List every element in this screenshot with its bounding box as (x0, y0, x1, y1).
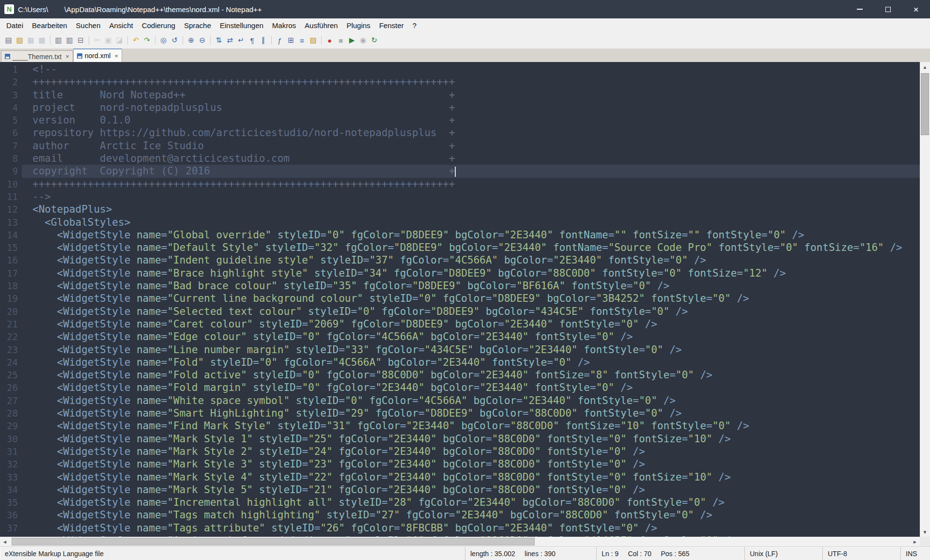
paste-icon: ◪ (114, 35, 124, 46)
line-number: 34 (0, 483, 22, 496)
tab-bar: ____Themen.txt×nord.xml× (0, 49, 930, 62)
save-recorded-macro-icon: ◉ (358, 35, 368, 46)
status-cursor-position: Ln : 9 Col : 70 Pos : 565 (597, 547, 745, 560)
vertical-scrollbar[interactable]: ▲ ▼ (920, 62, 930, 537)
word-wrap-icon[interactable]: ↵ (236, 35, 246, 46)
notepad-plus-plus-window: N C:\Users\ \AppData\Roaming\Notepad++\t… (0, 0, 930, 560)
status-eol-format[interactable]: Unix (LF) (745, 547, 823, 560)
replace-icon[interactable]: ↺ (170, 35, 180, 46)
sync-vertical-scrolling-icon[interactable]: ⇅ (214, 35, 224, 46)
line-code: <WidgetStyle name="Incremental highlight… (22, 496, 920, 509)
menu-item-datei[interactable]: Datei (2, 18, 28, 32)
scroll-left-arrow-icon[interactable]: ◄ (0, 537, 10, 546)
indent-guide-icon[interactable]: ∥ (258, 35, 268, 46)
line-code: <WidgetStyle name="Edge colour" styleID=… (22, 330, 920, 343)
function-list-icon[interactable]: ƒ (275, 35, 285, 46)
open-folder-icon[interactable]: ▨ (15, 35, 25, 46)
editor-line: 24 <WidgetStyle name="Fold" styleID="0" … (0, 356, 920, 369)
scroll-down-arrow-icon[interactable]: ▼ (920, 527, 930, 537)
line-number: 2 (0, 76, 22, 88)
menu-bar: DateiBearbeitenSuchenAnsichtCodierungSpr… (0, 18, 930, 32)
redo-icon[interactable]: ↷ (142, 35, 152, 46)
editor-line: 6repository https://github.com/arcticice… (0, 126, 920, 139)
line-number: 21 (0, 318, 22, 330)
new-file-icon[interactable]: ▤ (3, 35, 14, 46)
minimize-icon (857, 9, 863, 10)
scroll-right-arrow-icon[interactable]: ► (910, 537, 920, 546)
find-icon[interactable]: ◎ (158, 35, 169, 46)
zoom-out-icon[interactable]: ⊖ (197, 35, 207, 46)
menu-item-?[interactable]: ? (408, 18, 420, 32)
menu-item-plugins[interactable]: Plugins (342, 18, 374, 32)
menu-item-fenster[interactable]: Fenster (375, 18, 408, 32)
editor-line: 22 <WidgetStyle name="Edge colour" style… (0, 330, 920, 343)
maximize-button[interactable] (874, 0, 902, 18)
scroll-up-arrow-icon[interactable]: ▲ (920, 62, 930, 72)
line-code: <WidgetStyle name="Selected text colour"… (22, 305, 920, 318)
close-icon[interactable]: ▥ (53, 35, 63, 46)
close-button[interactable]: × (902, 0, 930, 18)
menu-item-bearbeiten[interactable]: Bearbeiten (28, 18, 72, 32)
folder-as-workspace-icon[interactable]: ▨ (308, 35, 318, 46)
line-number: 29 (0, 420, 22, 432)
line-number: 31 (0, 445, 22, 458)
minimize-button[interactable] (846, 0, 874, 18)
line-code: <WidgetStyle name="Current line backgrou… (22, 292, 920, 305)
sync-horizontal-scrolling-icon[interactable]: ⇄ (225, 35, 235, 46)
undo-icon[interactable]: ↶ (131, 35, 141, 46)
document-map-icon[interactable]: ⊞ (286, 35, 296, 46)
line-code: <WidgetStyle name="Bad brace colour" sty… (22, 280, 920, 292)
editor-line: 16 <WidgetStyle name="Indent guideline s… (0, 254, 920, 266)
tab-nord.xml[interactable]: nord.xml× (73, 48, 122, 62)
status-encoding[interactable]: UTF-8 (823, 547, 901, 560)
line-number: 27 (0, 394, 22, 407)
line-code: <WidgetStyle name="Fold active" styleID=… (22, 369, 920, 381)
line-code: <!-- (22, 63, 920, 76)
editor[interactable]: 1<!--2++++++++++++++++++++++++++++++++++… (0, 62, 930, 537)
editor-line: 7author Arctic Ice Studio + (0, 140, 920, 152)
editor-line: 3title Nord Notepad++ + (0, 89, 920, 101)
editor-line: 18 <WidgetStyle name="Bad brace colour" … (0, 280, 920, 292)
line-code: email development@arcticicestudio.com + (22, 152, 920, 165)
menu-item-suchen[interactable]: Suchen (72, 18, 105, 32)
menu-item-ausfhren[interactable]: Ausführen (300, 18, 342, 32)
window-title: C:\Users\ \AppData\Roaming\Notepad++\the… (18, 5, 846, 14)
horizontal-scrollbar[interactable]: ◄ ► (0, 537, 930, 546)
tab-close-icon[interactable]: × (65, 53, 69, 60)
notepad-plus-plus-icon: N (4, 4, 14, 14)
tab-label: nord.xml (85, 52, 111, 60)
menu-item-sprache[interactable]: Sprache (180, 18, 216, 32)
toolbar-separator (210, 36, 211, 45)
tab-themen.txt[interactable]: ____Themen.txt× (1, 50, 73, 62)
run-macro-multiple-times-icon[interactable]: ↻ (369, 35, 379, 46)
tab-label: ____Themen.txt (13, 53, 62, 61)
menu-item-makros[interactable]: Makros (268, 18, 300, 32)
editor-text-area[interactable]: 1<!--2++++++++++++++++++++++++++++++++++… (0, 62, 920, 537)
toolbar-separator (50, 36, 50, 45)
line-code: <WidgetStyle name="Mark Style 3" styleID… (22, 458, 920, 470)
status-insert-mode[interactable]: INS (901, 547, 930, 560)
line-number: 22 (0, 330, 22, 343)
menu-item-einstellungen[interactable]: Einstellungen (216, 18, 268, 32)
vertical-scrollbar-track[interactable] (920, 72, 930, 527)
record-macro-icon[interactable]: ● (325, 35, 335, 46)
horizontal-scrollbar-track[interactable] (10, 537, 910, 546)
print-icon[interactable]: ⊟ (76, 35, 86, 46)
close-all-icon[interactable]: ▥ (64, 35, 75, 46)
line-number: 14 (0, 229, 22, 241)
horizontal-scrollbar-thumb[interactable] (12, 538, 535, 545)
line-number: 3 (0, 89, 22, 101)
zoom-in-icon[interactable]: ⊕ (186, 35, 196, 46)
menu-item-codierung[interactable]: Codierung (138, 18, 180, 32)
line-code: <WidgetStyle name="Fold" styleID="0" fgC… (22, 356, 920, 369)
playback-macro-icon[interactable]: ▶ (347, 35, 357, 46)
status-length-lines: length : 35.002 lines : 390 (465, 547, 597, 560)
tab-close-icon[interactable]: × (114, 52, 118, 60)
menu-item-ansicht[interactable]: Ansicht (105, 18, 137, 32)
show-all-characters-icon[interactable]: ¶ (247, 35, 257, 46)
document-list-icon[interactable]: ≡ (297, 35, 307, 46)
line-number: 5 (0, 114, 22, 126)
line-code: <WidgetStyle name="Tags attribute" style… (22, 522, 920, 534)
vertical-scrollbar-thumb[interactable] (921, 73, 929, 135)
line-number: 17 (0, 267, 22, 280)
